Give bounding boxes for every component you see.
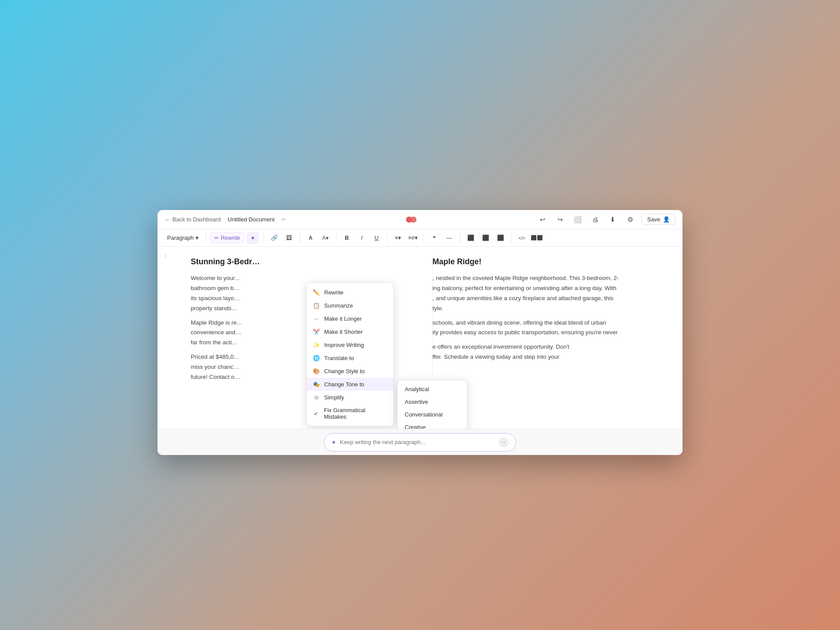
translate-icon: 🌐 <box>313 354 320 361</box>
collapse-sidebar-icon: › <box>164 252 167 259</box>
ai-plus-button[interactable]: ✦ <box>247 232 259 244</box>
back-arrow-icon: ← <box>164 216 171 223</box>
link-button[interactable]: 🔗 <box>268 232 280 244</box>
ai-dropdown-menu: ✏️ Rewrite 📋 Summarize ↔ Make it Longer … <box>306 283 394 426</box>
doc-heading-right: Maple Ridge! <box>433 256 665 268</box>
copy-button[interactable]: ⬜ <box>571 214 584 226</box>
highlight-button[interactable]: A▾ <box>319 232 332 244</box>
bottom-bar: ✦ → <box>158 429 682 455</box>
menu-item-change-style[interactable]: 🎨 Change Style to <box>307 364 393 378</box>
rewrite-label: Rewrite <box>221 234 240 241</box>
align-right-button[interactable]: ⬛ <box>494 232 507 244</box>
menu-item-make-shorter[interactable]: ✂️ Make it Shorter <box>307 325 393 338</box>
doc-title: Untitled Document <box>228 216 275 223</box>
back-label: Back to Dashboard <box>172 216 221 223</box>
toolbar-separator-4 <box>336 234 336 242</box>
menu-item-rewrite[interactable]: ✏️ Rewrite <box>307 286 393 299</box>
menu-item-rewrite-label: Rewrite <box>324 289 343 296</box>
divider-button[interactable]: — <box>443 232 455 244</box>
menu-item-change-tone-label: Change Tone to <box>324 381 364 388</box>
toolbar-separator-1 <box>206 234 206 242</box>
save-label: Save <box>647 216 660 223</box>
tone-assertive[interactable]: Assertive <box>398 396 467 408</box>
undo-button[interactable]: ↩ <box>536 214 549 226</box>
menu-item-simplify-label: Simplify <box>324 394 344 401</box>
menu-item-improve-writing-label: Improve Writing <box>324 342 364 348</box>
paragraph-chevron-icon: ▾ <box>196 234 199 241</box>
ai-submit-button[interactable]: → <box>498 437 509 448</box>
ai-input-bar: ✦ → <box>324 433 516 452</box>
ai-input-star-icon: ✦ <box>331 439 336 446</box>
underline-button[interactable]: U <box>371 232 383 244</box>
image-button[interactable]: 🖼 <box>283 232 295 244</box>
app-logo <box>405 216 417 224</box>
fix-grammar-icon: ✔ <box>313 410 319 417</box>
menu-item-fix-grammar-label: Fix Grammatical Mistakes <box>324 407 387 420</box>
print-button[interactable]: 🖨 <box>589 214 601 226</box>
numbered-list-button[interactable]: ≡#▾ <box>407 232 419 244</box>
align-left-button[interactable]: ⬛ <box>465 232 477 244</box>
menu-item-translate[interactable]: 🌐 Translate to <box>307 351 393 364</box>
menu-item-translate-label: Translate to <box>324 355 354 361</box>
bold-button[interactable]: B <box>341 232 353 244</box>
menu-item-change-style-label: Change Style to <box>324 368 365 374</box>
make-longer-icon: ↔ <box>313 315 320 322</box>
tone-conversational[interactable]: Conversational <box>398 408 467 421</box>
menu-item-summarize[interactable]: 📋 Summarize <box>307 299 393 312</box>
menu-item-change-tone[interactable]: 🎭 Change Tone to <box>307 378 393 391</box>
toolbar-separator-5 <box>387 234 388 242</box>
download-button[interactable]: ⬇ <box>606 214 619 226</box>
toolbar-separator-8 <box>511 234 511 242</box>
menu-item-make-longer-label: Make it Longer <box>324 315 362 322</box>
toolbar: Paragraph ▾ ✏ Rewrite ✦ 🔗 🖼 A A▾ B I U ≡… <box>158 229 682 247</box>
toolbar-separator-7 <box>460 234 460 242</box>
tone-submenu: Analytical Assertive Conversational Crea… <box>397 380 467 429</box>
menu-item-summarize-label: Summarize <box>324 302 353 309</box>
code-button[interactable]: </> <box>516 232 528 244</box>
font-color-button[interactable]: A <box>304 232 317 244</box>
top-bar-right: ↩ ↪ ⬜ 🖨 ⬇ ⚙ Save 👤 <box>536 214 676 226</box>
toolbar-separator-2 <box>263 234 264 242</box>
make-shorter-icon: ✂️ <box>313 328 320 335</box>
save-button[interactable]: Save 👤 <box>641 214 676 225</box>
paragraph-label: Paragraph <box>167 234 194 241</box>
ai-input-field[interactable] <box>340 439 495 445</box>
improve-writing-icon: ✨ <box>313 341 320 348</box>
top-bar-center <box>291 216 532 224</box>
doc-heading: Stunning 3-Bedr… <box>191 256 424 268</box>
svg-point-1 <box>410 217 416 223</box>
rewrite-button[interactable]: ✏ Rewrite <box>210 232 244 243</box>
doc-right-3: e offers an exceptional investment oppor… <box>433 342 665 362</box>
change-style-icon: 🎨 <box>313 368 320 374</box>
rewrite-icon: ✏️ <box>313 289 320 296</box>
top-bar: ← Back to Dashboard Untitled Document ✏ … <box>158 210 682 229</box>
doc-right-1: , nestled in the coveted Maple Ridge nei… <box>433 273 665 314</box>
menu-item-make-longer[interactable]: ↔ Make it Longer <box>307 312 393 325</box>
tone-analytical[interactable]: Analytical <box>398 383 467 396</box>
align-center-button[interactable]: ⬛ <box>480 232 492 244</box>
save-icon: 👤 <box>663 216 670 223</box>
italic-button[interactable]: I <box>356 232 368 244</box>
redo-button[interactable]: ↪ <box>554 214 566 226</box>
toolbar-separator-6 <box>424 234 424 242</box>
bullet-list-button[interactable]: ≡▾ <box>392 232 404 244</box>
more-options-button[interactable]: ⬛⬛ <box>531 232 543 244</box>
menu-item-improve-writing[interactable]: ✨ Improve Writing <box>307 338 393 351</box>
app-window: ← Back to Dashboard Untitled Document ✏ … <box>158 210 682 455</box>
simplify-icon: ⊖ <box>313 394 320 401</box>
paragraph-style-select[interactable]: Paragraph ▾ <box>164 234 201 242</box>
back-to-dashboard[interactable]: ← Back to Dashboard <box>164 216 221 223</box>
menu-item-fix-grammar[interactable]: ✔ Fix Grammatical Mistakes <box>307 404 393 423</box>
change-tone-icon: 🎭 <box>313 381 320 388</box>
edit-title-icon[interactable]: ✏ <box>282 217 286 223</box>
sidebar-toggle[interactable]: › <box>158 247 173 429</box>
summarize-icon: 📋 <box>313 302 320 309</box>
doc-right-2: schools, and vibrant dining scene, offer… <box>433 318 665 338</box>
menu-item-make-shorter-label: Make it Shorter <box>324 329 363 335</box>
rewrite-pen-icon: ✏ <box>214 235 219 241</box>
menu-item-simplify[interactable]: ⊖ Simplify <box>307 391 393 404</box>
tone-creative[interactable]: Creative <box>398 421 467 429</box>
main-area: › Stunning 3-Bedr… Welcome to your…bathr… <box>158 247 682 429</box>
blockquote-button[interactable]: ❝ <box>428 232 441 244</box>
settings-button[interactable]: ⚙ <box>624 214 636 226</box>
